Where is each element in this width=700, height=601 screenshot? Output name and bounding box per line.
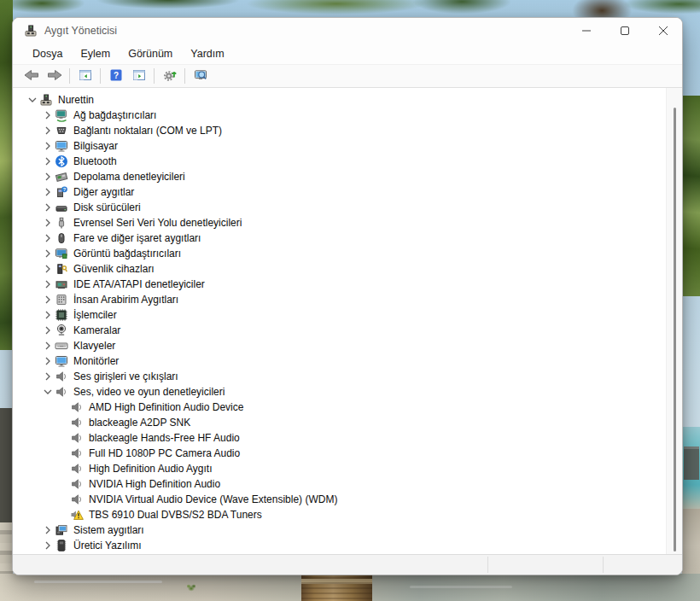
tree-item[interactable]: Disk sürücüleri <box>13 200 667 215</box>
tree-item[interactable]: İşlemciler <box>13 307 667 323</box>
maximize-button[interactable] <box>605 18 644 44</box>
update-driver-button[interactable] <box>158 67 181 86</box>
tree-item[interactable]: Nurettin <box>13 92 667 108</box>
tree-item-label: blackeagle A2DP SNK <box>89 417 190 429</box>
tree-item[interactable]: blackeagle A2DP SNK <box>13 415 667 430</box>
chevron-right-icon[interactable] <box>40 216 55 230</box>
tree-item-label: High Definition Audio Aygıtı <box>89 463 213 475</box>
minimize-button[interactable] <box>567 18 605 44</box>
chevron-right-icon[interactable] <box>40 170 55 184</box>
chevron-right-icon[interactable] <box>40 155 55 168</box>
chevron-right-icon[interactable] <box>40 354 55 368</box>
ide-controller-icon <box>55 277 68 291</box>
tree-item[interactable]: Üretici Yazılımı <box>13 538 667 553</box>
tree-item[interactable]: Klavyeler <box>13 338 667 353</box>
vertical-scrollbar[interactable] <box>666 88 682 554</box>
chevron-right-icon[interactable] <box>40 277 55 291</box>
chevron-right-icon[interactable] <box>40 201 55 214</box>
status-bar <box>13 554 682 575</box>
tree-item[interactable]: Bağlantı noktaları (COM ve LPT) <box>13 123 667 138</box>
tree-item[interactable]: Ses girişleri ve çıkışları <box>13 369 667 384</box>
audio-warning-icon <box>70 508 84 522</box>
tree-item[interactable]: İnsan Arabirim Aygıtları <box>13 292 667 307</box>
tree-item[interactable]: Ses, video ve oyun denetleyicileri <box>13 384 667 400</box>
menu-action[interactable]: Eylem <box>73 46 118 61</box>
tree-item[interactable]: Sistem aygıtları <box>13 522 667 538</box>
tree-item-label: Monitörler <box>73 355 119 367</box>
chevron-right-icon[interactable] <box>40 108 55 122</box>
chevron-right-icon[interactable] <box>40 293 55 306</box>
tree-item[interactable]: High Definition Audio Aygıtı <box>13 461 667 476</box>
toolbar-separator <box>184 68 185 84</box>
chevron-down-icon[interactable] <box>25 93 39 107</box>
tree-item[interactable]: Evrensel Seri Veri Yolu denetleyicileri <box>13 215 667 230</box>
svg-text:?: ? <box>113 70 118 79</box>
display-adapter-icon <box>55 247 68 260</box>
tree-item[interactable]: Bilgisayar <box>13 138 667 154</box>
background-structure-left <box>0 408 13 522</box>
chevron-right-icon[interactable] <box>40 139 55 153</box>
menu-help[interactable]: Yardım <box>183 46 231 61</box>
show-console-tree-button[interactable] <box>73 67 96 86</box>
tree-item[interactable]: Bluetooth <box>13 154 667 169</box>
chevron-right-icon[interactable] <box>40 308 55 322</box>
help-button[interactable]: ? <box>104 67 127 86</box>
toolbar-separator <box>100 68 101 84</box>
tree-item[interactable]: Full HD 1080P PC Camera Audio <box>13 446 667 461</box>
tree-item-label: İşlemciler <box>73 309 117 321</box>
tree-item[interactable]: TBS 6910 Dual DVBS/S2 BDA Tuners <box>13 507 667 522</box>
svg-text:?: ? <box>63 187 67 192</box>
chevron-right-icon[interactable] <box>40 124 55 137</box>
tree-item[interactable]: NVIDIA Virtual Audio Device (Wave Extens… <box>13 492 667 507</box>
back-button[interactable] <box>20 67 43 86</box>
tree-item[interactable]: ?Diğer aygıtlar <box>13 184 667 200</box>
chevron-right-icon[interactable] <box>40 247 55 260</box>
tree-item[interactable]: Kameralar <box>13 323 667 338</box>
scan-hardware-changes-button[interactable] <box>189 67 212 86</box>
tree-item-label: Görüntü bağdaştırıcıları <box>73 248 181 260</box>
palm-leaves-left <box>0 0 13 350</box>
tree-item-label: Disk sürücüleri <box>73 201 141 213</box>
network-adapter-icon <box>55 108 68 122</box>
chevron-down-icon[interactable] <box>40 385 55 399</box>
tree-item[interactable]: Depolama denetleyicileri <box>13 169 667 184</box>
close-button[interactable] <box>644 18 682 44</box>
tree-item[interactable]: AMD High Definition Audio Device <box>13 400 667 415</box>
properties-button[interactable] <box>127 67 150 86</box>
chevron-right-icon[interactable] <box>40 523 55 537</box>
device-tree-pane: NurettinAğ bağdaştırıcılarıBağlantı nokt… <box>13 88 682 554</box>
system-devices-icon <box>55 523 68 537</box>
tree-item[interactable]: blackeagle Hands-Free HF Audio <box>13 430 667 446</box>
tree-item[interactable]: Görüntü bağdaştırıcıları <box>13 246 667 261</box>
chevron-right-icon[interactable] <box>40 324 55 337</box>
tree-item[interactable]: Ağ bağdaştırıcıları <box>13 108 667 123</box>
forward-button[interactable] <box>43 67 66 86</box>
tree-item-label: Ses girişleri ve çıkışları <box>73 371 178 382</box>
camera-icon <box>55 324 68 337</box>
tree-item-label: Bluetooth <box>73 155 117 167</box>
tree-item[interactable]: NVIDIA High Definition Audio <box>13 476 667 492</box>
tree-item-label: Üretici Yazılımı <box>73 540 142 551</box>
tree-item[interactable]: IDE ATA/ATAPI denetleyiciler <box>13 277 667 292</box>
tree-item-label: Bağlantı noktaları (COM ve LPT) <box>73 125 222 137</box>
menu-file[interactable]: Dosya <box>25 46 70 61</box>
audio-icon <box>55 370 68 383</box>
audio-icon <box>70 462 84 476</box>
titlebar[interactable]: Aygıt Yöneticisi <box>13 18 682 44</box>
tree-item[interactable]: Monitörler <box>13 353 667 369</box>
chevron-right-icon[interactable] <box>40 539 55 552</box>
tree-item[interactable]: Güvenlik cihazları <box>13 261 667 277</box>
chevron-right-icon[interactable] <box>40 370 55 383</box>
chevron-right-icon[interactable] <box>40 262 55 276</box>
tree-item[interactable]: Fare ve diğer işaret aygıtları <box>13 230 667 246</box>
chevron-spacer <box>55 477 70 491</box>
chevron-spacer <box>55 493 70 506</box>
menu-view[interactable]: Görünüm <box>120 46 180 61</box>
tree-item-label: NVIDIA Virtual Audio Device (Wave Extens… <box>89 493 337 505</box>
scrollbar-thumb[interactable] <box>674 108 676 551</box>
chevron-right-icon[interactable] <box>40 231 55 245</box>
chevron-right-icon[interactable] <box>40 185 55 199</box>
chevron-right-icon[interactable] <box>40 339 55 353</box>
caption-buttons <box>567 18 682 44</box>
tree-item-label: Klavyeler <box>73 340 115 352</box>
